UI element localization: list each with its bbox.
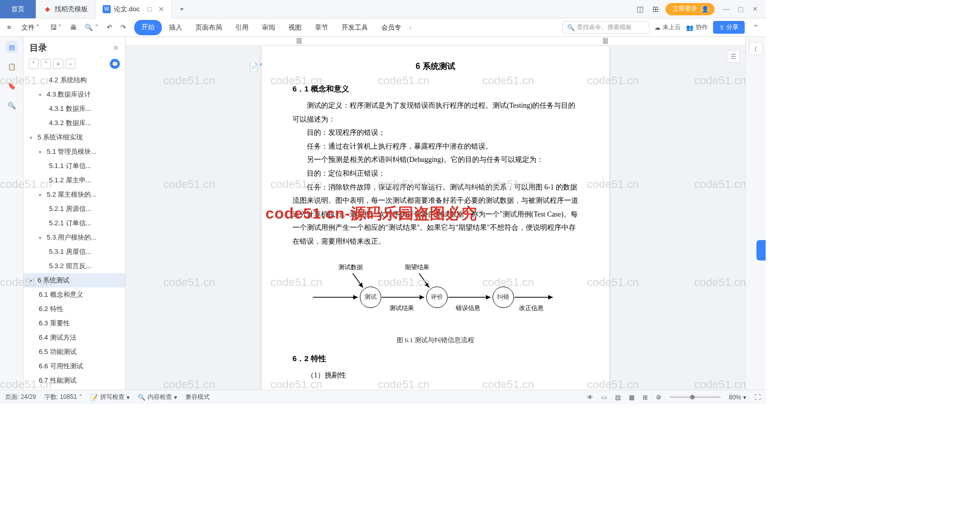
undo-button[interactable]: ↶	[104, 21, 115, 33]
toc-close-icon[interactable]: ✕	[113, 44, 119, 52]
ribbon-tab-insert[interactable]: 插入	[163, 20, 188, 35]
search-panel-icon[interactable]: 🔍	[6, 99, 18, 111]
toc-add[interactable]: +	[53, 59, 63, 69]
toc-item[interactable]: ▾ 5.1 管理员模块...	[23, 145, 125, 159]
toc-collapse-all[interactable]: ˅	[29, 59, 39, 69]
toc-item[interactable]: 6.8 测试分析	[23, 388, 125, 390]
toc-item[interactable]: ▾ 4.3.数据库设计	[23, 87, 125, 102]
toc-item[interactable]: 6.3 重要性	[23, 316, 125, 330]
ribbon-tab-references[interactable]: 引用	[229, 20, 255, 35]
preview-button[interactable]: 🔍 ˅	[82, 21, 102, 33]
login-button[interactable]: 立即登录 👤	[666, 3, 715, 15]
ribbon-collapse[interactable]: ⌃	[750, 21, 762, 33]
command-search[interactable]: 🔍 查找命令、搜索模板	[562, 21, 649, 34]
share-button[interactable]: ⇪ 分享	[713, 21, 745, 34]
menu-button[interactable]: ≡	[4, 21, 14, 33]
toc-item[interactable]: 6.7 性能测试	[23, 373, 125, 388]
toc-sidebar: 目录 ✕ ˅ ˄ + − 💬 4.2 系统结构▾ 4.3.数据库设计4.3.1 …	[23, 37, 126, 390]
ribbon-overflow[interactable]: ›	[409, 23, 411, 31]
new-tab-button[interactable]: +	[172, 0, 192, 18]
toc-item[interactable]: ▾ 5.2 屋主模块的...	[23, 187, 125, 202]
apps-icon[interactable]: ⊞	[650, 4, 660, 14]
ribbon-tab-devtools[interactable]: 开发工具	[335, 20, 374, 35]
toc-expand-all[interactable]: ˄	[41, 59, 51, 69]
split-icon[interactable]: ◫	[635, 4, 645, 14]
ribbon-tab-start[interactable]: 开始	[134, 20, 162, 35]
ruler-indent-right[interactable]	[603, 38, 608, 44]
toc-item[interactable]: 5.2.1 房源信...	[23, 202, 125, 216]
toc-item[interactable]: 5.1.1 订单信...	[23, 159, 125, 173]
save-button[interactable]: 🖫 ˅	[47, 21, 65, 33]
ribbon-tab-layout[interactable]: 页面布局	[189, 20, 228, 35]
toc-item[interactable]: ▾ 5 系统详细实现	[23, 130, 125, 145]
window-controls: — ▢ ✕	[720, 3, 762, 16]
page-marker-icon[interactable]: 📄˅	[249, 62, 263, 72]
toc-item[interactable]: 6.1 概念和意义	[23, 288, 125, 302]
view-grid-icon[interactable]: ⊞	[643, 394, 648, 401]
collab-button[interactable]: 👥 协作	[686, 23, 708, 32]
status-contentcheck[interactable]: 🔍 内容检查 ▾	[138, 393, 177, 401]
status-compat[interactable]: 兼容模式	[185, 393, 210, 401]
titlebar: 首页 ◆ 找稻壳模板 W 论文.doc ▢ ✕ + ◫ ⊞ 立即登录 👤 — ▢…	[0, 0, 766, 18]
print-button[interactable]: 🖶	[67, 21, 80, 33]
status-spellcheck[interactable]: 📝 拼写检查 ▾	[90, 393, 130, 401]
ribbon-tab-review[interactable]: 审阅	[256, 20, 281, 35]
toc-item[interactable]: 5.1.2 屋主申...	[23, 173, 125, 187]
outline-icon[interactable]: ▤	[6, 41, 18, 53]
window-icon[interactable]: ▢	[147, 6, 152, 12]
diagram-label: 改正信息	[519, 304, 544, 313]
bookmark-icon[interactable]: 🔖	[6, 80, 18, 92]
cloud-status[interactable]: ☁ 未上云	[654, 23, 681, 32]
diagram-node: 纠错	[493, 287, 514, 308]
view-read-icon[interactable]: 👁	[587, 394, 593, 401]
fullscreen-icon[interactable]: ⛶	[754, 394, 761, 401]
doc-icon: W	[103, 5, 111, 13]
toc-item[interactable]: ▾ 6 系统测试	[23, 273, 125, 288]
avatar-icon: 👤	[700, 5, 709, 14]
toc-item[interactable]: 6.2 特性	[23, 302, 125, 316]
view-web-icon[interactable]: ▤	[615, 394, 621, 401]
rail-expand-icon[interactable]: ⟨	[749, 42, 763, 55]
file-menu[interactable]: 文件 ˅	[16, 21, 45, 34]
settings-icon[interactable]: ⚙	[656, 394, 662, 401]
minimize-button[interactable]: —	[720, 3, 733, 16]
tab-templates[interactable]: ◆ 找稻壳模板	[36, 0, 95, 18]
toc-item[interactable]: 5.3.1 房屋信...	[23, 245, 125, 259]
toc-remove[interactable]: −	[65, 59, 76, 69]
close-window-button[interactable]: ✕	[748, 3, 762, 16]
ruler-indent-left[interactable]	[297, 38, 302, 44]
close-tab-icon[interactable]: ✕	[158, 5, 164, 13]
toc-badge[interactable]: 💬	[110, 59, 120, 69]
zoom-value[interactable]: 80% ▾	[729, 394, 746, 401]
view-outline-icon[interactable]: ▦	[629, 394, 634, 401]
toc-item[interactable]: 6.6 可用性测试	[23, 359, 125, 373]
status-wordcount[interactable]: 字数: 10851 ˅	[44, 393, 82, 401]
toc-item[interactable]: ▾ 5.3.用户模块的...	[23, 230, 125, 245]
status-page[interactable]: 页面: 24/29	[5, 393, 36, 401]
toc-item[interactable]: 4.2 系统结构	[23, 73, 125, 87]
toc-item[interactable]: 5.3.2 留言反...	[23, 259, 125, 273]
maximize-button[interactable]: ▢	[734, 3, 747, 16]
clipboard-icon[interactable]: 📋	[6, 60, 18, 73]
main: ▤ 📋 🔖 🔍 目录 ✕ ˅ ˄ + − 💬 4.2 系统结构▾ 4.3.数据库…	[0, 37, 766, 390]
toc-item[interactable]: 6.5 功能测试	[23, 345, 125, 359]
tab-home[interactable]: 首页	[0, 0, 36, 18]
toc-item[interactable]: 4.3.2 数据库...	[23, 116, 125, 130]
side-tab[interactable]	[756, 240, 766, 260]
ribbon-tab-view[interactable]: 视图	[282, 20, 308, 35]
redo-button[interactable]: ↷	[117, 21, 129, 33]
toc-item[interactable]: 6.4 测试方法	[23, 330, 125, 345]
toc-title: 目录	[30, 42, 109, 54]
zoom-slider[interactable]	[670, 396, 721, 398]
ribbon-tab-sections[interactable]: 章节	[309, 20, 334, 35]
zoom-thumb[interactable]	[690, 395, 695, 399]
ribbon-tab-member[interactable]: 会员专	[375, 20, 407, 35]
view-page-icon[interactable]: ▭	[601, 394, 607, 401]
toc-list[interactable]: 4.2 系统结构▾ 4.3.数据库设计4.3.1 数据库...4.3.2 数据库…	[23, 73, 125, 390]
panel-toggle-icon[interactable]: ☰	[727, 50, 740, 63]
document-area[interactable]: 📄˅ 6 系统测试 6．1 概念和意义 测试的定义：程序测试是为了发现错误而执行…	[126, 37, 745, 390]
toc-item[interactable]: 4.3.1 数据库...	[23, 102, 125, 116]
toc-item[interactable]: 5.2.1 订单信...	[23, 216, 125, 230]
horizontal-ruler[interactable]	[126, 37, 745, 46]
tab-document[interactable]: W 论文.doc ▢ ✕	[95, 0, 172, 18]
